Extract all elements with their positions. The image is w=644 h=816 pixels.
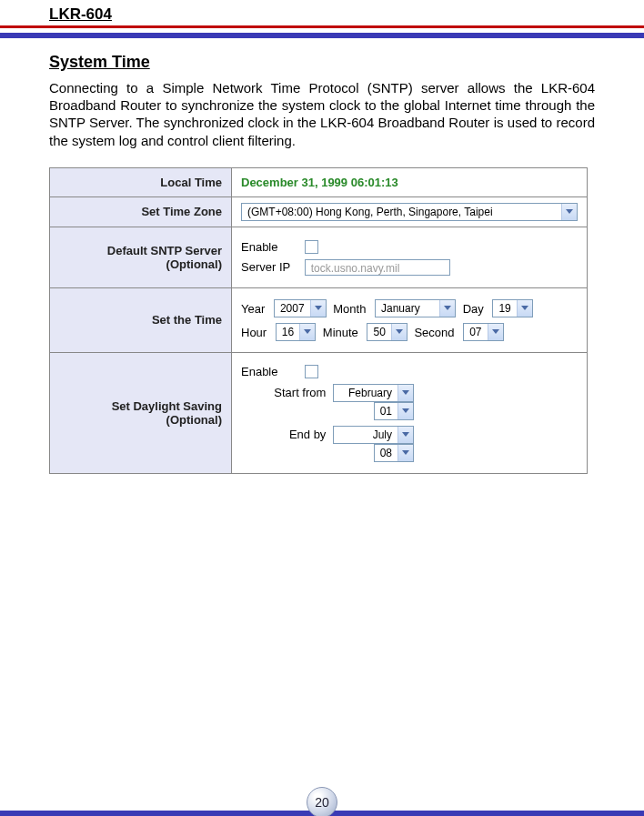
- section-heading: System Time: [49, 53, 595, 72]
- daylight-start-day-text: 01: [375, 405, 397, 418]
- hour-select-text: 16: [277, 326, 299, 338]
- footer: 20: [0, 778, 644, 816]
- chevron-down-icon: [488, 324, 503, 340]
- daylight-enable-checkbox[interactable]: [305, 365, 318, 378]
- daylight-end-day-text: 08: [375, 447, 397, 459]
- chevron-down-icon: [397, 445, 413, 461]
- row-sntp: Default SNTP Server (Optional) Enable Se…: [50, 227, 587, 287]
- row-timezone: Set Time Zone (GMT+08:00) Hong Kong, Per…: [50, 196, 587, 227]
- daylight-start-month-select[interactable]: February: [333, 384, 414, 402]
- minute-label: Minute: [323, 326, 358, 339]
- page-number-bubble: 20: [307, 787, 337, 816]
- minute-select[interactable]: 50: [367, 323, 407, 341]
- sntp-serverip-label: Server IP: [241, 260, 301, 274]
- chevron-down-icon: [439, 300, 455, 317]
- minute-select-text: 50: [367, 326, 390, 338]
- daylight-start-day-select[interactable]: 01: [374, 402, 414, 420]
- sntp-label: Default SNTP Server (Optional): [50, 227, 232, 287]
- row-set-time: Set the Time Year 2007 Month January: [50, 287, 587, 352]
- product-title: LKR-604: [49, 5, 644, 24]
- daylight-end-month-text: July: [334, 428, 397, 441]
- daylight-end-label: End by: [257, 428, 326, 441]
- page-number: 20: [315, 795, 329, 810]
- chevron-down-icon: [397, 385, 413, 401]
- second-label: Second: [414, 326, 454, 339]
- daylight-end-month-select[interactable]: July: [333, 426, 414, 444]
- year-label: Year: [241, 302, 265, 316]
- settings-panel: Local Time December 31, 1999 06:01:13 Se…: [49, 167, 588, 474]
- daylight-label: Set Daylight Saving (Optional): [50, 352, 232, 473]
- daylight-enable-label: Enable: [241, 365, 301, 378]
- local-time-value: December 31, 1999 06:01:13: [241, 176, 398, 189]
- local-time-label: Local Time: [50, 168, 232, 197]
- chevron-down-icon: [310, 300, 326, 317]
- hour-label: Hour: [241, 326, 267, 339]
- month-select[interactable]: January: [375, 299, 456, 317]
- daylight-start-label: Start from: [257, 386, 326, 399]
- top-rules: [0, 25, 644, 38]
- hour-select[interactable]: 16: [276, 323, 316, 341]
- second-select[interactable]: 07: [463, 323, 503, 341]
- day-select-text: 19: [493, 302, 516, 315]
- chevron-down-icon: [299, 324, 315, 340]
- rule-red: [0, 25, 644, 28]
- row-local-time: Local Time December 31, 1999 06:01:13: [50, 168, 587, 197]
- sntp-serverip-input[interactable]: tock.usno.navy.mil: [305, 259, 450, 276]
- timezone-select[interactable]: (GMT+08:00) Hong Kong, Perth, Singapore,…: [241, 203, 578, 221]
- day-select[interactable]: 19: [492, 299, 532, 317]
- sntp-enable-label: Enable: [241, 240, 301, 254]
- chevron-down-icon: [397, 403, 413, 419]
- set-time-label: Set the Time: [50, 287, 232, 352]
- year-select[interactable]: 2007: [274, 299, 327, 317]
- day-label: Day: [463, 302, 484, 316]
- rule-blue: [0, 33, 644, 38]
- sntp-enable-checkbox[interactable]: [305, 240, 318, 254]
- chevron-down-icon: [391, 324, 407, 340]
- month-select-text: January: [376, 302, 439, 315]
- daylight-start-month-text: February: [334, 387, 397, 399]
- month-label: Month: [333, 302, 366, 316]
- year-select-text: 2007: [275, 302, 310, 315]
- timezone-label: Set Time Zone: [50, 196, 232, 227]
- chevron-down-icon: [517, 300, 532, 317]
- second-select-text: 07: [464, 326, 487, 338]
- content-section: System Time Connecting to a Simple Netwo…: [49, 53, 595, 474]
- section-paragraph: Connecting to a Simple Network Time Prot…: [49, 79, 595, 149]
- chevron-down-icon: [397, 427, 413, 443]
- timezone-select-text: (GMT+08:00) Hong Kong, Perth, Singapore,…: [242, 206, 498, 218]
- chevron-down-icon: [561, 204, 577, 220]
- daylight-end-day-select[interactable]: 08: [374, 444, 414, 462]
- row-daylight: Set Daylight Saving (Optional) Enable St…: [50, 352, 587, 473]
